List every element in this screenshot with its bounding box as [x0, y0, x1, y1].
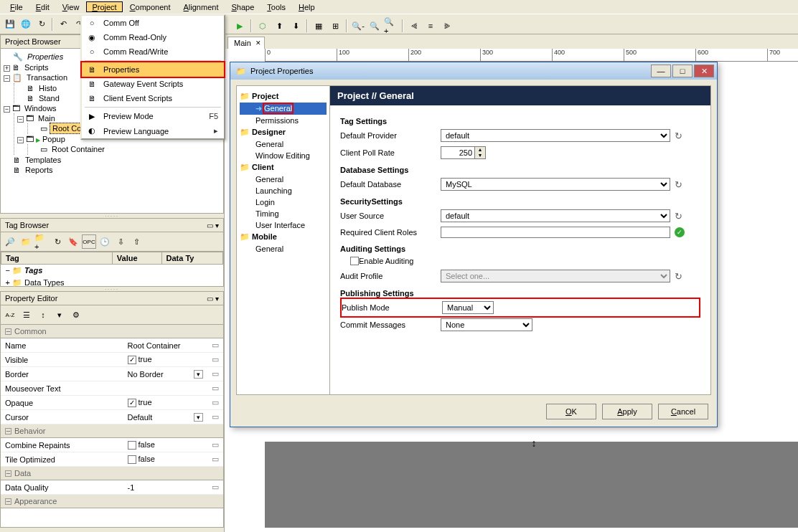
checkbox[interactable]: [128, 356, 136, 364]
save-icon[interactable]: 💾: [3, 17, 17, 32]
default-database-select[interactable]: MySQL: [441, 178, 670, 191]
expand-icon[interactable]: ↕: [36, 308, 50, 322]
window-tab[interactable]: Main✕: [227, 37, 265, 49]
menu-file[interactable]: File: [4, 1, 29, 12]
checkbox[interactable]: [350, 257, 359, 265]
tag-table[interactable]: TagValueData Ty − 📁 Tags+ 📁 Data Types: [1, 252, 223, 289]
export-icon[interactable]: ⇧: [129, 234, 144, 249]
menu-item-client-event-scripts[interactable]: 🗎Client Event Scripts: [82, 91, 224, 105]
opc-icon[interactable]: OPC: [82, 234, 96, 249]
checkbox[interactable]: [128, 455, 136, 464]
refresh-icon[interactable]: ↻: [675, 130, 682, 141]
clock-icon[interactable]: 🕒: [98, 234, 112, 249]
checkbox[interactable]: [128, 399, 136, 407]
tree-node-templates[interactable]: 🗎Templates: [2, 155, 222, 165]
ok-button[interactable]: OK: [546, 404, 596, 419]
align-left-icon[interactable]: ⫷: [407, 19, 421, 33]
nav-category-client[interactable]: 📁 Client: [240, 161, 327, 174]
property-section-behavior[interactable]: −Behavior: [1, 424, 223, 438]
nav-category-project[interactable]: 📁 Project: [240, 90, 327, 103]
nav-item-user-interface[interactable]: User Interface: [240, 219, 327, 231]
spinner-input[interactable]: [441, 147, 474, 158]
binding-button[interactable]: ▭: [207, 410, 223, 424]
minimize-button[interactable]: —: [651, 65, 671, 77]
menu-project[interactable]: Project: [86, 1, 122, 12]
collapse-icon[interactable]: ▭ ▾: [207, 222, 219, 229]
zoom-in-icon[interactable]: 🔍+: [384, 19, 398, 33]
dropdown-arrow-icon[interactable]: ▾: [194, 413, 203, 422]
property-value[interactable]: true: [123, 353, 208, 367]
binding-button[interactable]: ▭: [207, 367, 223, 381]
property-section-data[interactable]: −Data: [1, 467, 223, 480]
binding-button[interactable]: ▭: [207, 396, 223, 410]
user-source-select[interactable]: default: [441, 209, 670, 222]
refresh-icon[interactable]: ↻: [34, 17, 49, 32]
close-button[interactable]: ✕: [694, 65, 714, 77]
binding-button[interactable]: ▭: [207, 353, 223, 367]
categories-icon[interactable]: ☰: [19, 308, 34, 322]
refresh-icon[interactable]: ↻: [675, 179, 682, 190]
align-center-icon[interactable]: ≡: [423, 19, 438, 33]
nav-item-launching[interactable]: Launching: [240, 185, 327, 196]
menu-item-gateway-event-scripts[interactable]: 🗎Gateway Event Scripts: [82, 77, 224, 91]
nav-category-designer[interactable]: 📁 Designer: [240, 126, 327, 138]
menu-item-preview-mode[interactable]: ▶Preview ModeF5: [82, 109, 224, 123]
property-value[interactable]: Root Container: [123, 338, 208, 353]
close-tab-icon[interactable]: ✕: [255, 39, 261, 47]
nav-item-general[interactable]: General: [240, 174, 327, 185]
zoom-fit-icon[interactable]: 🔍: [367, 19, 382, 33]
cancel-button[interactable]: Cancel: [658, 404, 708, 419]
spin-up-icon[interactable]: ▲: [475, 147, 485, 153]
expander-icon[interactable]: −: [4, 75, 10, 82]
undo-icon[interactable]: ↶: [56, 17, 70, 32]
menu-edit[interactable]: Edit: [30, 1, 55, 12]
dialog-nav-tree[interactable]: 📁 Project➜ GeneralPermissions📁 DesignerG…: [237, 86, 330, 394]
nav-item-general[interactable]: General: [240, 138, 327, 150]
folder-icon[interactable]: 📁: [19, 234, 33, 249]
menu-alignment[interactable]: Alignment: [178, 1, 225, 12]
refresh-icon[interactable]: ↻: [675, 271, 682, 282]
component-icon[interactable]: ⬡: [255, 19, 270, 33]
to-front-icon[interactable]: ⬆: [272, 19, 286, 33]
column-header[interactable]: Value: [112, 252, 161, 265]
checkbox[interactable]: [128, 441, 136, 450]
column-header[interactable]: Data Ty: [161, 252, 222, 265]
binding-icon[interactable]: ⚙: [69, 308, 83, 322]
dialog-titlebar[interactable]: 📁 Project Properties — □ ✕: [230, 62, 717, 80]
property-value[interactable]: No Border ▾: [123, 367, 208, 381]
align-right-icon[interactable]: ⫸: [440, 19, 454, 33]
dropdown-arrow-icon[interactable]: ▾: [194, 370, 203, 379]
maximize-button[interactable]: □: [672, 65, 693, 77]
tag-icon[interactable]: 🔖: [66, 234, 80, 249]
menu-shape[interactable]: Shape: [225, 1, 260, 12]
project-menu-dropdown[interactable]: ○Comm Off◉Comm Read-Only○Comm Read/Write…: [80, 14, 225, 140]
menu-item-comm-off[interactable]: ○Comm Off: [82, 16, 224, 30]
property-value[interactable]: false: [123, 452, 208, 467]
property-value[interactable]: false: [123, 438, 208, 452]
commit-messages-select[interactable]: None: [441, 318, 532, 331]
apply-button[interactable]: Apply: [602, 404, 652, 419]
spinner[interactable]: ▲▼: [441, 146, 486, 159]
collapse-icon[interactable]: ▭ ▾: [207, 295, 219, 303]
text-input[interactable]: [441, 227, 670, 238]
property-value[interactable]: [123, 381, 208, 396]
menu-component[interactable]: Component: [124, 1, 177, 12]
filter-icon[interactable]: ▾: [52, 308, 67, 322]
expander-icon[interactable]: −: [17, 137, 24, 143]
column-header[interactable]: Tag: [1, 252, 113, 265]
grid-icon[interactable]: ▦: [311, 19, 326, 33]
sort-az-icon[interactable]: A-Z: [3, 308, 17, 322]
nav-item-timing[interactable]: Timing: [240, 208, 327, 219]
menu-item-properties[interactable]: 🗎Properties: [82, 62, 224, 77]
property-value[interactable]: Default ▾: [123, 410, 208, 424]
refresh-icon[interactable]: ↻: [675, 211, 682, 222]
nav-item-permissions[interactable]: Permissions: [240, 115, 327, 126]
property-grid[interactable]: −CommonNameRoot Container▭Visible true▭B…: [1, 325, 223, 508]
menu-item-preview-language[interactable]: ◐Preview Language▸: [82, 123, 224, 138]
tag-cell[interactable]: − 📁 Tags: [1, 265, 113, 277]
nav-item-login[interactable]: Login: [240, 196, 327, 208]
default-provider-select[interactable]: default: [441, 129, 670, 142]
import-icon[interactable]: ⇩: [113, 234, 128, 249]
binding-button[interactable]: ▭: [207, 338, 223, 353]
binding-button[interactable]: ▭: [207, 480, 223, 495]
